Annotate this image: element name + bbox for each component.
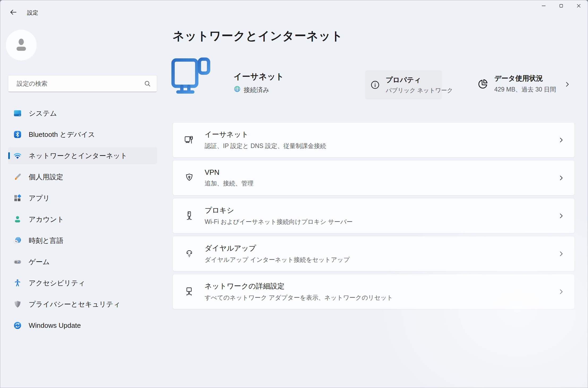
sidebar-item-privacy-security[interactable]: プライバシーとセキュリティ [8, 296, 157, 313]
accounts-icon [13, 215, 22, 224]
sidebar-item-label: Windows Update [29, 321, 81, 330]
chevron-right-icon [564, 81, 571, 88]
pie-chart-icon [477, 79, 488, 90]
wifi-icon [13, 151, 22, 160]
sidebar-item-label: ネットワークとインターネット [29, 151, 127, 160]
apps-icon [13, 194, 22, 202]
row-dialup[interactable]: ダイヤルアップ ダイヤルアップ インターネット接続をセットアップ [173, 236, 575, 271]
sidebar-item-accessibility[interactable]: アクセシビリティ [8, 274, 157, 291]
minimize-button[interactable] [535, 0, 552, 12]
sidebar-item-label: ゲーム [29, 257, 50, 267]
properties-title: プロパティ [386, 75, 453, 85]
sidebar-item-label: Bluetooth とデバイス [29, 130, 95, 139]
row-subtitle: 追加、接続、管理 [205, 179, 557, 188]
sidebar-item-bluetooth-devices[interactable]: Bluetooth とデバイス [8, 126, 157, 143]
maximize-button[interactable] [552, 0, 570, 12]
sidebar-item-label: 個人用設定 [29, 172, 63, 182]
sidebar-item-system[interactable]: システム [8, 105, 157, 122]
chevron-right-icon [557, 174, 565, 182]
properties-card[interactable]: プロパティ パブリック ネットワーク [365, 70, 442, 99]
properties-subtitle: パブリック ネットワーク [386, 86, 453, 94]
close-button[interactable] [570, 0, 587, 12]
sidebar-item-label: アプリ [29, 194, 50, 203]
ethernet-icon [183, 134, 195, 146]
sidebar-nav: システム Bluetooth とデバイス ネットワークとインターネット 個人用設… [8, 105, 157, 338]
sidebar-item-gaming[interactable]: ゲーム [8, 253, 157, 270]
back-button[interactable] [7, 7, 19, 19]
data-usage-card[interactable]: データ使用状況 429 MB、過去 30 日間 [477, 74, 571, 94]
row-subtitle: すべてのネットワーク アダプターを表示、ネットワークのリセット [205, 294, 557, 302]
row-title: イーサネット [205, 130, 557, 139]
row-subtitle: Wi-Fi およびイーサネット接続向けプロキシ サーバー [205, 218, 557, 226]
settings-window: 設定 システム Bluetooth とデバイス ネットワークとインターネット 個… [0, 0, 588, 388]
globe-icon [234, 85, 244, 94]
update-sync-icon [13, 321, 22, 330]
sidebar-item-personalization[interactable]: 個人用設定 [8, 168, 157, 185]
app-title: 設定 [27, 9, 38, 16]
row-title: ネットワークの詳細設定 [205, 281, 557, 291]
sidebar-item-windows-update[interactable]: Windows Update [8, 317, 157, 334]
search-box [8, 75, 157, 92]
bluetooth-icon [13, 130, 22, 139]
row-vpn[interactable]: VPN 追加、接続、管理 [173, 160, 575, 195]
maximize-icon [558, 3, 564, 10]
chevron-right-icon [557, 288, 565, 295]
sidebar-item-accounts[interactable]: アカウント [8, 211, 157, 228]
connection-name: イーサネット [234, 71, 284, 82]
accessibility-icon [13, 279, 22, 287]
dialup-phone-icon [183, 248, 195, 260]
row-subtitle: 認証、IP 設定と DNS 設定、従量制課金接続 [205, 142, 557, 150]
gamepad-icon [13, 258, 22, 266]
sidebar-item-label: システム [29, 109, 57, 118]
sidebar-item-label: 時刻と言語 [29, 236, 63, 245]
row-title: プロキシ [205, 206, 557, 215]
info-icon [370, 80, 380, 90]
page-title: ネットワークとインターネット [173, 28, 343, 44]
connection-status: 接続済み [234, 85, 269, 94]
minimize-icon [541, 3, 547, 10]
globe-clock-icon [13, 236, 22, 245]
chevron-right-icon [557, 136, 565, 144]
proxy-server-icon [183, 210, 195, 222]
back-arrow-icon [9, 8, 17, 17]
system-icon [13, 109, 22, 117]
data-usage-subtitle: 429 MB、過去 30 日間 [494, 85, 556, 94]
row-advanced-network[interactable]: ネットワークの詳細設定 すべてのネットワーク アダプターを表示、ネットワークのリ… [173, 274, 575, 309]
sidebar-item-network-internet[interactable]: ネットワークとインターネット [8, 147, 157, 164]
network-monitor-icon [183, 286, 195, 298]
sidebar-item-label: プライバシーとセキュリティ [29, 300, 120, 309]
ethernet-hero-icon [170, 56, 211, 105]
row-title: VPN [205, 168, 557, 177]
chevron-right-icon [557, 212, 565, 220]
user-avatar[interactable] [6, 30, 37, 60]
sidebar-item-label: アクセシビリティ [29, 278, 85, 288]
row-title: ダイヤルアップ [205, 243, 557, 253]
paintbrush-icon [13, 173, 22, 181]
close-icon [576, 3, 582, 10]
search-input[interactable] [16, 80, 144, 88]
sidebar-item-apps[interactable]: アプリ [8, 190, 157, 207]
row-subtitle: ダイヤルアップ インターネット接続をセットアップ [205, 256, 557, 264]
row-ethernet[interactable]: イーサネット 認証、IP 設定と DNS 設定、従量制課金接続 [173, 122, 575, 158]
row-proxy[interactable]: プロキシ Wi-Fi およびイーサネット接続向けプロキシ サーバー [173, 198, 575, 233]
window-controls [535, 0, 587, 12]
sidebar-item-label: アカウント [29, 215, 64, 224]
shield-icon [13, 300, 22, 308]
person-icon [13, 36, 30, 54]
chevron-right-icon [557, 250, 565, 258]
vpn-shield-icon [183, 172, 195, 184]
search-icon [144, 80, 151, 87]
sidebar-item-time-language[interactable]: 時刻と言語 [8, 232, 157, 249]
status-text: 接続済み [244, 86, 269, 94]
data-usage-title: データ使用状況 [494, 74, 556, 83]
